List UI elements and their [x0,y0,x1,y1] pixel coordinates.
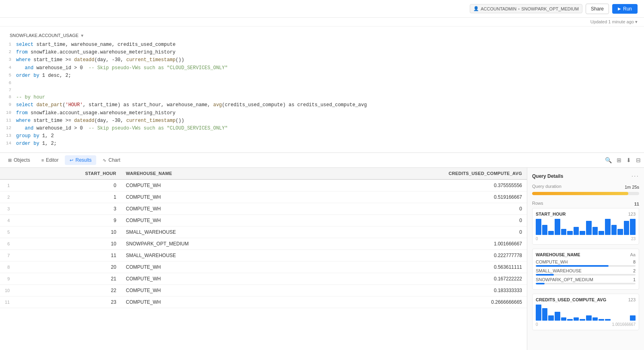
run-button[interactable]: ▶ Run [612,4,638,14]
line-content: and warehouse_id > 0 -- Skip pseudo-VWs … [16,64,644,72]
start-hour-min: 0 [536,237,538,241]
columns-icon[interactable]: ⊞ [617,157,621,163]
kw-token: where [16,57,31,63]
kw-token: and [25,126,34,131]
col-credits[interactable]: CREDITS_USED_COMPUTE_AVG [310,168,527,179]
line-number: 11 [0,117,16,124]
row-number: 10 [0,285,14,296]
tab-chart[interactable]: ∿ Chart [98,155,125,165]
start-hour-cell: 3 [14,203,121,215]
warehouse-bar [536,283,545,284]
warehouse-name-cell: COMPUTE_WH [121,296,310,308]
credits-hist: CREDITS_USED_COMPUTE_AVG 123 0 1.0016666… [532,294,639,330]
warehouse-bar [536,274,554,276]
kw-token: order by [16,141,39,146]
kw-token: group by [16,133,39,139]
line-content: order by 1 desc, 2; [16,72,644,80]
credits-histogram-bar [630,315,636,321]
code-line: 8-- by hour [0,94,644,101]
code-line: 6 [0,80,644,87]
search-icon[interactable]: 🔍 [605,157,612,163]
histogram-bar [580,231,585,235]
table-row: 4 9 COMPUTE_WH 0 [0,215,527,226]
duration-section: Query duration 1m 25s [532,184,639,195]
col-warehouse-name[interactable]: WAREHOUSE_NAME [121,168,310,179]
code-line: 4 and warehouse_id > 0 -- Skip pseudo-VW… [0,64,644,72]
warehouse-col-name: WAREHOUSE_NAME [536,252,580,257]
start-hour-cell: 10 [14,238,121,250]
histogram-bar [617,229,623,235]
histogram-bar [605,219,611,235]
cmt-token: -- Skip pseudo-VWs such as "CLOUD_SERVIC… [89,65,228,71]
table-row: 10 22 COMPUTE_WH 0.183333333 [0,285,527,296]
credits-bars [536,305,636,321]
kw-token: from [16,110,28,116]
updated-bar: Updated 1 minute ago ▾ [0,18,644,27]
row-number: 11 [0,296,14,308]
line-number: 14 [0,140,16,147]
start-hour-col-name: START_HOUR [536,212,566,216]
start-hour-cell: 11 [14,250,121,261]
rows-value: 11 [634,202,639,206]
editor-icon: ≡ [41,158,44,163]
start-hour-hist: START_HOUR 123 0 23 [532,208,639,245]
plain-token [16,65,25,71]
table-row: 2 1 COMPUTE_WH 0.519166667 [0,191,527,203]
table-row: 5 10 SMALL_WAREHOUSE 0 [0,226,527,238]
code-line: 7 [0,87,644,94]
warehouse-name-cell: COMPUTE_WH [121,285,310,296]
col-start-hour[interactable]: START_HOUR [14,168,121,179]
warehouse-name-cell: COMPUTE_WH [121,179,310,191]
table-row: 1 0 COMPUTE_WH 0.375555556 [0,179,527,191]
start-hour-cell: 22 [14,285,121,296]
fn-token: current_timestamp [126,57,175,63]
warehouse-item: SNOWPARK_OPT_MEDIUM 1 [536,277,636,284]
download-icon[interactable]: ⬇ [626,157,631,163]
tab-results[interactable]: ↩ Results [65,155,96,165]
editor-area[interactable]: SNOWFLAKE.ACCOUNT_USAGE ▼ 1select start_… [0,27,644,153]
table-row: 7 11 SMALL_WAREHOUSE 0.222777778 [0,250,527,261]
histogram-bar [592,227,598,235]
code-editor[interactable]: 1select start_time, warehouse_name, cred… [0,41,644,148]
line-content: and warehouse_id > 0 -- Skip pseudo-VWs … [16,125,644,132]
table-row: 8 20 COMPUTE_WH 0.563611111 [0,261,527,273]
histogram-bar [624,221,630,235]
share-button[interactable]: Share [586,4,609,14]
plain-token: 1, 2; [39,141,57,146]
panel-icon[interactable]: ⊟ [636,157,641,163]
warehouse-name-cell: SNOWPARK_OPT_MEDIUM [121,238,310,250]
warehouse-item-count: 1 [633,277,636,282]
cmt-token: -- Skip pseudo-VWs such as "CLOUD_SERVIC… [89,126,228,131]
histogram-bar [555,219,560,235]
table-row: 6 10 SNOWPARK_OPT_MEDIUM 1.001666667 [0,238,527,250]
warehouse-item-count: 2 [633,268,636,273]
warehouse-item-name: SNOWPARK_OPT_MEDIUM [536,277,593,282]
fn-token: current_timestamp [126,118,175,124]
tab-editor[interactable]: ≡ Editor [37,155,64,165]
kw-token: order by [16,73,39,78]
credits-count: 123 [628,297,636,302]
play-icon: ▶ [618,6,621,11]
role-badge: 👤 ACCOUNTADMIN • SNOWPARK_OPT_MEDIUM [470,4,582,13]
warehouse-item: SMALL_WAREHOUSE 2 [536,268,636,276]
line-number: 13 [0,132,16,140]
histogram-bar [630,219,636,235]
row-num-header [0,168,14,179]
qd-menu-button[interactable]: ··· [632,173,639,180]
warehouse-bar-container [536,283,636,284]
row-number: 3 [0,203,14,215]
db-selector[interactable]: SNOWFLAKE.ACCOUNT_USAGE ▼ [0,31,644,41]
warehouse-name-cell: SMALL_WAREHOUSE [121,226,310,238]
credits-max: 1.001666667 [612,322,636,327]
row-number: 7 [0,250,14,261]
line-number: 9 [0,101,16,109]
warehouse-list: COMPUTE_WH 8 SMALL_WAREHOUSE 2 SNOWPARK_… [536,259,636,284]
results-panel[interactable]: START_HOUR WAREHOUSE_NAME CREDITS_USED_C… [0,168,527,350]
credits-histogram-bar [542,308,548,321]
row-number: 2 [0,191,14,203]
warehouse-name-cell: COMPUTE_WH [121,215,310,226]
kw-token: select [16,102,33,108]
credits-cell: 0 [310,226,527,238]
credits-cell: 0 [310,203,527,215]
tab-objects[interactable]: ⊞ Objects [3,155,35,165]
